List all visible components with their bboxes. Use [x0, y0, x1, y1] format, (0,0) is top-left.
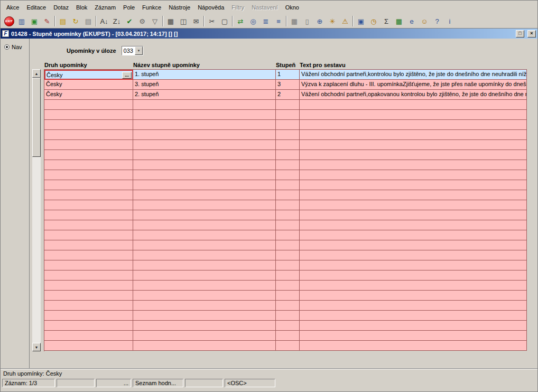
cell-stupen[interactable]: [276, 210, 300, 220]
table-row[interactable]: [44, 270, 527, 281]
cell-nazev[interactable]: [133, 260, 276, 270]
cell-text[interactable]: [300, 230, 527, 240]
cell-stupen[interactable]: [276, 190, 300, 200]
user-help-icon[interactable]: ☺: [418, 15, 431, 27]
sort-asc-icon[interactable]: A↓: [98, 15, 110, 27]
table-row[interactable]: [44, 140, 527, 150]
cell-druh[interactable]: [44, 301, 133, 311]
info-icon[interactable]: i: [443, 15, 456, 27]
cell-text[interactable]: Výzva k zaplacení dluhu - III. upomínkaZ…: [300, 80, 527, 90]
sort-desc-icon[interactable]: Z↓: [110, 15, 123, 27]
cell-text[interactable]: [300, 170, 527, 180]
cell-stupen[interactable]: [276, 100, 300, 110]
cell-stupen[interactable]: [276, 180, 300, 190]
cell-druh[interactable]: [44, 160, 133, 170]
cell-stupen[interactable]: [276, 301, 300, 311]
print-icon[interactable]: ▦: [164, 15, 177, 27]
table-row[interactable]: [44, 170, 527, 180]
table-row[interactable]: [44, 130, 527, 140]
cell-text[interactable]: [300, 150, 527, 160]
cell-text[interactable]: [300, 100, 527, 110]
cell-text[interactable]: [300, 260, 527, 270]
clock-icon[interactable]: ◷: [367, 15, 380, 27]
cell-text[interactable]: [300, 220, 527, 230]
cell-text[interactable]: Vážení obchodní partneři,opakovanou kont…: [300, 90, 527, 100]
table-row[interactable]: Česky3. stupeň3Výzva k zaplacení dluhu -…: [44, 80, 527, 90]
columns-icon[interactable]: ≡: [272, 15, 285, 27]
cut-icon[interactable]: ✂: [206, 15, 218, 27]
cell-druh[interactable]: [44, 260, 133, 270]
menu-item-akce[interactable]: Akce: [3, 3, 23, 12]
menu-item-blok[interactable]: Blok: [72, 3, 91, 12]
find-icon[interactable]: ◎: [247, 15, 259, 27]
cell-druh[interactable]: [44, 170, 133, 180]
cell-druh[interactable]: [44, 240, 133, 250]
cell-stupen[interactable]: [276, 321, 300, 331]
cell-text[interactable]: [300, 200, 527, 210]
table-row[interactable]: [44, 291, 527, 301]
attach-icon[interactable]: ▢: [218, 15, 231, 27]
cell-druh[interactable]: [44, 270, 133, 281]
cell-stupen[interactable]: [276, 250, 300, 260]
cell-druh[interactable]: [44, 210, 133, 220]
cell-druh[interactable]: Česky: [44, 80, 133, 90]
wrench-icon[interactable]: ⚙: [136, 15, 149, 27]
cell-stupen[interactable]: [276, 200, 300, 210]
cell-stupen[interactable]: [276, 160, 300, 170]
form-run-icon[interactable]: ▥: [15, 15, 28, 27]
refresh-icon[interactable]: ↻: [69, 15, 82, 27]
cell-text[interactable]: [300, 120, 527, 130]
menu-item-dotaz[interactable]: Dotaz: [50, 3, 72, 12]
window-link-icon[interactable]: ▣: [355, 15, 367, 27]
table-row[interactable]: [44, 301, 527, 311]
cell-druh[interactable]: [44, 200, 133, 210]
cell-text[interactable]: [300, 270, 527, 281]
edit-book-icon[interactable]: ✎: [41, 15, 53, 27]
table-row[interactable]: [44, 260, 527, 270]
cell-nazev[interactable]: 1. stupeň: [133, 70, 276, 80]
table-row[interactable]: [44, 311, 527, 321]
table-row[interactable]: [44, 281, 527, 291]
cell-druh[interactable]: [44, 110, 133, 120]
cell-text[interactable]: [300, 291, 527, 301]
mail-icon[interactable]: ✉: [190, 15, 202, 27]
cell-nazev[interactable]: [133, 190, 276, 200]
browser-icon[interactable]: e: [405, 15, 418, 27]
cell-text[interactable]: [300, 180, 527, 190]
table-row[interactable]: [44, 220, 527, 230]
table-row[interactable]: [44, 150, 527, 160]
cell-stupen[interactable]: [276, 331, 300, 341]
cell-nazev[interactable]: [133, 240, 276, 250]
import-export-icon[interactable]: ⇄: [234, 15, 247, 27]
cell-nazev[interactable]: [133, 180, 276, 190]
cell-nazev[interactable]: [133, 281, 276, 291]
cell-nazev[interactable]: [133, 341, 276, 351]
cell-text[interactable]: [300, 331, 527, 341]
cell-nazev[interactable]: [133, 160, 276, 170]
cell-nazev[interactable]: [133, 230, 276, 240]
dropdown-arrow-icon[interactable]: ▼: [135, 46, 143, 55]
cell-nazev[interactable]: [133, 130, 276, 140]
table-row[interactable]: [44, 240, 527, 250]
menu-item-funkce[interactable]: Funkce: [138, 3, 165, 12]
table-row[interactable]: Česky...1. stupeň1Vážení obchodní partne…: [44, 70, 527, 80]
cell-text[interactable]: [300, 190, 527, 200]
table-row[interactable]: Česky2. stupeň2Vážení obchodní partneři,…: [44, 90, 527, 100]
cell-druh[interactable]: [44, 120, 133, 130]
cell-nazev[interactable]: [133, 220, 276, 230]
cell-text[interactable]: [300, 140, 527, 150]
nav-toggle[interactable]: Nav: [4, 44, 29, 50]
cell-text[interactable]: [300, 281, 527, 291]
table-scrollbar[interactable]: ▲ ▼: [32, 69, 41, 351]
cell-druh[interactable]: [44, 130, 133, 140]
cell-stupen[interactable]: [276, 130, 300, 140]
cell-stupen[interactable]: [276, 240, 300, 250]
lov-list-icon[interactable]: ≣: [259, 15, 272, 27]
cell-text[interactable]: [300, 250, 527, 260]
cell-text[interactable]: [300, 210, 527, 220]
cell-druh[interactable]: Česky: [44, 90, 133, 100]
cell-text[interactable]: [300, 240, 527, 250]
table-row[interactable]: [44, 250, 527, 260]
cell-stupen[interactable]: [276, 260, 300, 270]
cell-stupen[interactable]: [276, 170, 300, 180]
